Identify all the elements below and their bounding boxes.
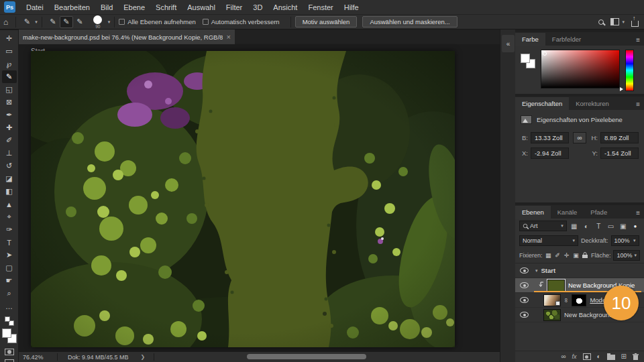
delete-layer-icon[interactable] bbox=[633, 353, 639, 360]
workspace-icon[interactable] bbox=[610, 18, 619, 25]
hue-slider-pointer[interactable] bbox=[620, 87, 623, 91]
lock-paint-icon[interactable]: ✐ bbox=[554, 252, 561, 259]
tab-korrekturen[interactable]: Korrekturen bbox=[569, 97, 616, 110]
visibility-eye-icon[interactable] bbox=[520, 282, 529, 288]
filter-shape-layers-icon[interactable]: ▭ bbox=[606, 223, 615, 230]
type-tool[interactable]: T bbox=[2, 236, 17, 249]
filter-toggle-icon[interactable]: ● bbox=[631, 223, 640, 229]
lock-transparency-icon[interactable]: ▦ bbox=[545, 252, 552, 259]
screen-mode-button[interactable] bbox=[5, 359, 14, 362]
pen-tool[interactable]: ✑ bbox=[2, 223, 17, 236]
opacity-select[interactable]: 100% ▾ bbox=[611, 235, 639, 246]
gradient-tool[interactable]: ◧ bbox=[2, 185, 17, 198]
fill-select[interactable]: 100% ▾ bbox=[613, 250, 640, 261]
select-and-mask-button[interactable]: Auswählen und maskieren... bbox=[362, 16, 457, 27]
tab-eigenschaften[interactable]: Eigenschaften bbox=[515, 97, 569, 110]
menu-ansicht[interactable]: Ansicht bbox=[268, 0, 303, 15]
new-selection-mode-button[interactable]: ✎ bbox=[46, 16, 60, 28]
mask-link-icon[interactable]: ∞ bbox=[563, 298, 570, 302]
layer-thumbnail[interactable] bbox=[547, 280, 565, 292]
add-mask-icon[interactable] bbox=[583, 353, 591, 360]
checkbox-icon[interactable] bbox=[203, 19, 209, 25]
panel-menu-icon[interactable]: ≡ bbox=[636, 101, 644, 110]
default-swatches-icon[interactable] bbox=[5, 316, 14, 326]
eyedropper-tool[interactable]: ✒ bbox=[2, 109, 17, 121]
eraser-tool[interactable]: ◪ bbox=[2, 172, 17, 185]
group-chevron-icon[interactable]: ▾ bbox=[535, 268, 538, 274]
tab-ebenen[interactable]: Ebenen bbox=[515, 206, 551, 219]
history-brush-tool[interactable]: ↺ bbox=[2, 160, 17, 172]
close-icon[interactable]: × bbox=[227, 33, 231, 41]
menu-auswahl[interactable]: Auswahl bbox=[182, 0, 221, 15]
clone-stamp-tool[interactable]: ⊥ bbox=[2, 147, 17, 160]
tab-farbe[interactable]: Farbe bbox=[515, 33, 545, 46]
link-dimensions-icon[interactable]: ∞ bbox=[573, 132, 586, 143]
height-field[interactable]: 8.89 Zoll bbox=[600, 132, 639, 143]
menu-ebene[interactable]: Ebene bbox=[118, 0, 150, 15]
status-expand-icon[interactable]: ❯ bbox=[136, 354, 151, 360]
visibility-eye-icon[interactable] bbox=[520, 297, 529, 303]
menu-bearbeiten[interactable]: Bearbeiten bbox=[49, 0, 95, 15]
layer-thumbnail[interactable] bbox=[543, 309, 561, 321]
filter-type-layers-icon[interactable]: T bbox=[594, 223, 603, 230]
layer-style-fx-icon[interactable]: fx bbox=[572, 353, 577, 360]
lock-position-icon[interactable]: ✛ bbox=[564, 252, 570, 259]
tool-preset-icon[interactable]: ✎ bbox=[20, 16, 34, 28]
hue-slider[interactable] bbox=[625, 50, 634, 91]
blur-tool[interactable]: ▲ bbox=[2, 198, 17, 210]
lasso-tool[interactable]: ℘ bbox=[2, 58, 17, 70]
select-subject-button[interactable]: Motiv auswählen bbox=[295, 16, 358, 27]
document-tab[interactable]: make-new-background.psd bei 76.4% (New B… bbox=[19, 29, 235, 44]
canvas-image[interactable] bbox=[31, 51, 455, 347]
dodge-tool[interactable]: ⌖ bbox=[2, 210, 17, 223]
zoom-level-field[interactable]: 76.42% bbox=[23, 354, 54, 361]
x-field[interactable]: -2.94 Zoll bbox=[531, 147, 569, 159]
panel-menu-icon[interactable]: ≡ bbox=[636, 36, 644, 46]
foreground-background-swatches[interactable] bbox=[521, 54, 535, 68]
foreground-background-swatches[interactable] bbox=[2, 328, 17, 343]
shape-tool[interactable]: ▢ bbox=[2, 261, 17, 274]
menu-schrift[interactable]: Schrift bbox=[150, 0, 182, 15]
visibility-eye-icon[interactable] bbox=[520, 312, 529, 318]
new-group-icon[interactable] bbox=[607, 355, 615, 360]
home-icon[interactable]: ⌂ bbox=[0, 17, 11, 27]
menu-3d[interactable]: 3D bbox=[248, 0, 268, 15]
saturation-brightness-field[interactable] bbox=[541, 50, 620, 88]
layer-name[interactable]: New Background bbox=[564, 311, 612, 318]
layer-thumbnail[interactable] bbox=[543, 294, 561, 306]
link-layers-icon[interactable]: ∞ bbox=[561, 353, 566, 360]
menu-hilfe[interactable]: Hilfe bbox=[339, 0, 364, 15]
checkbox-sample-all-layers[interactable]: Alle Ebenen aufnehmen bbox=[119, 18, 195, 25]
tab-farbfelder[interactable]: Farbfelder bbox=[545, 33, 588, 46]
tab-pfade[interactable]: Pfade bbox=[584, 206, 614, 219]
layer-group-start[interactable]: ▾ Start bbox=[515, 263, 644, 278]
panel-menu-icon[interactable]: ≡ bbox=[636, 209, 644, 219]
crop-tool[interactable]: ◱ bbox=[2, 83, 17, 96]
filter-smart-objects-icon[interactable]: ▣ bbox=[619, 223, 628, 230]
layer-mask-thumbnail[interactable] bbox=[572, 294, 586, 306]
chevron-down-icon[interactable]: ▾ bbox=[108, 19, 111, 25]
brush-size-picker[interactable]: 90 bbox=[89, 15, 107, 29]
filter-adjustment-layers-icon[interactable]: ◐ bbox=[582, 223, 591, 230]
visibility-eye-icon[interactable] bbox=[520, 267, 529, 274]
chevron-down-icon[interactable]: ▾ bbox=[622, 19, 625, 25]
subtract-selection-mode-button[interactable]: ✎ bbox=[73, 16, 87, 28]
expand-panels-button[interactable]: « bbox=[502, 35, 515, 52]
frame-tool[interactable]: ⊠ bbox=[2, 96, 17, 109]
brush-tool[interactable]: ✐ bbox=[2, 134, 17, 147]
menu-datei[interactable]: Datei bbox=[21, 0, 49, 15]
move-tool[interactable]: ✛ bbox=[2, 32, 17, 45]
edit-toolbar-button[interactable]: … bbox=[2, 300, 17, 312]
checkbox-icon[interactable] bbox=[119, 19, 125, 25]
selection-brush-tool[interactable]: ✎ bbox=[2, 70, 17, 83]
width-field[interactable]: 13.33 Zoll bbox=[531, 132, 569, 143]
hand-tool[interactable]: ☛ bbox=[2, 274, 17, 287]
menu-fenster[interactable]: Fenster bbox=[303, 0, 338, 15]
zoom-tool[interactable]: ⌕ bbox=[2, 287, 17, 300]
menu-bild[interactable]: Bild bbox=[95, 0, 118, 15]
share-icon[interactable]: ↑ bbox=[631, 21, 639, 27]
quick-mask-button[interactable] bbox=[5, 349, 14, 355]
add-selection-mode-button[interactable]: ✎ bbox=[60, 16, 73, 28]
lock-all-icon[interactable] bbox=[582, 252, 588, 259]
chevron-down-icon[interactable]: ▾ bbox=[35, 19, 38, 25]
